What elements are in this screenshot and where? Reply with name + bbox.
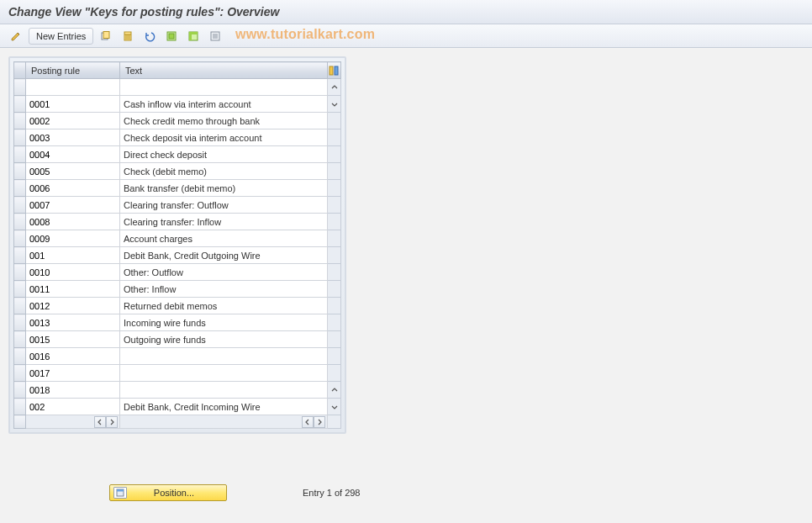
rule-input[interactable]: [26, 113, 119, 129]
row-selector[interactable]: [14, 298, 26, 314]
delete-icon[interactable]: [119, 28, 137, 45]
rule-input[interactable]: [26, 129, 119, 145]
rule-cell[interactable]: [26, 264, 120, 281]
text-cell[interactable]: Incoming wire funds: [120, 314, 328, 331]
row-selector-header[interactable]: [14, 62, 26, 79]
rule-cell[interactable]: [26, 214, 120, 230]
scroll-track[interactable]: [328, 365, 341, 382]
text-cell[interactable]: Clearing transfer: Inflow: [120, 214, 328, 230]
copy-as-icon[interactable]: [97, 28, 115, 45]
rule-input[interactable]: [26, 331, 119, 347]
hscroll-left-icon[interactable]: [94, 416, 106, 428]
column-header-text[interactable]: Text: [120, 62, 328, 79]
new-entries-button[interactable]: New Entries: [29, 28, 93, 45]
rule-cell[interactable]: [26, 399, 120, 415]
scroll-up-button[interactable]: [328, 79, 341, 96]
rule-cell[interactable]: [26, 96, 120, 113]
row-selector[interactable]: [14, 163, 26, 180]
row-selector[interactable]: [14, 79, 26, 96]
row-selector[interactable]: [14, 382, 26, 399]
rule-input[interactable]: [26, 382, 119, 398]
rule-input[interactable]: [26, 348, 119, 364]
rule-input[interactable]: [26, 146, 119, 162]
rule-cell[interactable]: [26, 314, 120, 331]
row-selector[interactable]: [14, 314, 26, 331]
row-selector[interactable]: [14, 214, 26, 230]
rule-cell[interactable]: [26, 129, 120, 146]
scroll-track[interactable]: [328, 348, 341, 365]
rule-input[interactable]: [26, 365, 119, 381]
scroll-track[interactable]: [328, 163, 341, 180]
text-cell[interactable]: [120, 382, 328, 399]
scroll-track[interactable]: [328, 197, 341, 214]
row-selector[interactable]: [14, 96, 26, 113]
rule-cell[interactable]: [26, 163, 120, 180]
scroll-track[interactable]: [328, 281, 341, 298]
rule-input[interactable]: [26, 197, 119, 213]
rule-cell[interactable]: [26, 79, 120, 96]
rule-input[interactable]: [26, 79, 119, 95]
hscroll-rule[interactable]: [26, 415, 120, 429]
row-selector[interactable]: [14, 146, 26, 163]
row-selector[interactable]: [14, 365, 26, 382]
rule-cell[interactable]: [26, 331, 120, 348]
row-selector[interactable]: [14, 264, 26, 281]
row-selector[interactable]: [14, 247, 26, 264]
scroll-track[interactable]: [328, 264, 341, 281]
hscroll-right-icon[interactable]: [106, 416, 118, 428]
text-cell[interactable]: Clearing transfer: Outflow: [120, 197, 328, 214]
rule-input[interactable]: [26, 314, 119, 330]
text-cell[interactable]: Check (debit memo): [120, 163, 328, 180]
text-cell[interactable]: Account charges: [120, 230, 328, 247]
scroll-track[interactable]: [328, 129, 341, 146]
row-selector[interactable]: [14, 129, 26, 146]
rule-input[interactable]: [26, 214, 119, 230]
rule-cell[interactable]: [26, 365, 120, 382]
text-cell[interactable]: Cash inflow via interim account: [120, 96, 328, 113]
text-cell[interactable]: Debit Bank, Credit Outgoing Wire: [120, 247, 328, 264]
scroll-track[interactable]: [328, 247, 341, 264]
scroll-track[interactable]: [328, 214, 341, 230]
column-header-rule[interactable]: Posting rule: [26, 62, 120, 79]
hscroll-text[interactable]: [120, 415, 328, 429]
rule-input[interactable]: [26, 298, 119, 314]
select-all-icon[interactable]: [162, 28, 181, 45]
scroll-up-button[interactable]: [328, 382, 341, 399]
text-cell[interactable]: Check deposit via interim account: [120, 129, 328, 146]
rule-input[interactable]: [26, 180, 119, 196]
text-cell[interactable]: Returned debit memos: [120, 298, 328, 314]
rule-cell[interactable]: [26, 180, 120, 197]
text-cell[interactable]: [120, 365, 328, 382]
rule-cell[interactable]: [26, 348, 120, 365]
rule-input[interactable]: [26, 163, 119, 179]
row-selector[interactable]: [14, 281, 26, 298]
rule-cell[interactable]: [26, 281, 120, 298]
rule-cell[interactable]: [26, 382, 120, 399]
rule-input[interactable]: [26, 399, 119, 415]
rule-cell[interactable]: [26, 247, 120, 264]
select-block-icon[interactable]: [184, 28, 203, 45]
text-cell[interactable]: [120, 79, 328, 96]
rule-cell[interactable]: [26, 298, 120, 314]
text-cell[interactable]: Other: Outflow: [120, 264, 328, 281]
undo-change-icon[interactable]: [140, 28, 159, 45]
scroll-track[interactable]: [328, 314, 341, 331]
scroll-track[interactable]: [328, 298, 341, 314]
deselect-all-icon[interactable]: [206, 28, 224, 45]
text-cell[interactable]: [120, 348, 328, 365]
rule-input[interactable]: [26, 264, 119, 280]
rule-cell[interactable]: [26, 197, 120, 214]
rule-cell[interactable]: [26, 113, 120, 129]
table-settings-icon[interactable]: [328, 62, 341, 79]
text-cell[interactable]: Other: Inflow: [120, 281, 328, 298]
row-selector[interactable]: [14, 399, 26, 415]
rule-cell[interactable]: [26, 230, 120, 247]
scroll-track[interactable]: [328, 146, 341, 163]
text-cell[interactable]: Check credit memo through bank: [120, 113, 328, 129]
text-cell[interactable]: Bank transfer (debit memo): [120, 180, 328, 197]
row-selector[interactable]: [14, 113, 26, 129]
rule-input[interactable]: [26, 230, 119, 246]
rule-input[interactable]: [26, 281, 119, 297]
scroll-track[interactable]: [328, 230, 341, 247]
text-cell[interactable]: Outgoing wire funds: [120, 331, 328, 348]
